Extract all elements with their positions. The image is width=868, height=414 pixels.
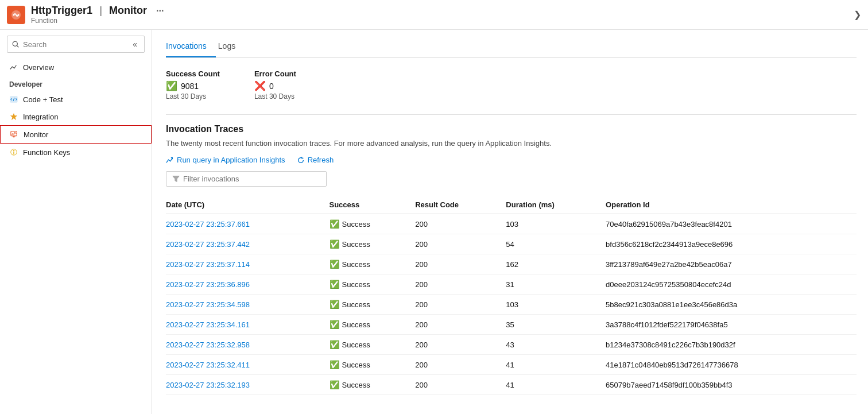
cell-duration: 103 bbox=[506, 295, 606, 315]
run-query-icon bbox=[166, 156, 174, 164]
cell-date: 2023-02-27 23:25:34.598 bbox=[166, 295, 330, 315]
sidebar-item-monitor[interactable]: Monitor bbox=[0, 125, 152, 144]
row-success-icon: ✅ bbox=[330, 340, 339, 349]
row-success-icon: ✅ bbox=[330, 360, 339, 369]
cell-operation-id: 5b8ec921c303a0881e1ee3c456e86d3a bbox=[606, 295, 857, 315]
section-description: The twenty most recent function invocati… bbox=[166, 139, 857, 148]
sidebar-item-overview[interactable]: Overview bbox=[0, 59, 152, 76]
tab-logs[interactable]: Logs bbox=[218, 37, 245, 57]
cell-operation-id: bfd356c6218cf2c2344913a9ece8e696 bbox=[606, 234, 857, 254]
row-success-label: Success bbox=[342, 381, 370, 389]
cell-result-code: 200 bbox=[415, 254, 506, 274]
sidebar-label-code-test: Code + Test bbox=[23, 95, 63, 104]
tab-invocations[interactable]: Invocations bbox=[166, 37, 216, 57]
sidebar-label-function-keys: Function Keys bbox=[23, 148, 70, 157]
collapse-button[interactable]: « bbox=[130, 38, 140, 50]
table-row: 2023-02-27 23:25:32.193 ✅ Success 200 41… bbox=[166, 375, 857, 395]
cell-duration: 43 bbox=[506, 335, 606, 355]
row-success-label: Success bbox=[342, 220, 370, 229]
table-row: 2023-02-27 23:25:37.661 ✅ Success 200 10… bbox=[166, 214, 857, 234]
cell-date: 2023-02-27 23:25:34.161 bbox=[166, 315, 330, 335]
row-success-label: Success bbox=[342, 260, 370, 269]
filter-row bbox=[166, 171, 857, 187]
cell-date: 2023-02-27 23:25:36.896 bbox=[166, 274, 330, 295]
cell-success: ✅ Success bbox=[330, 254, 416, 274]
sidebar-item-function-keys[interactable]: Function Keys bbox=[0, 144, 152, 161]
header-bar: HttpTrigger1 | Monitor ··· Function ❯ bbox=[0, 0, 868, 30]
svg-rect-9 bbox=[13, 137, 15, 138]
date-link[interactable]: 2023-02-27 23:25:34.598 bbox=[166, 300, 250, 309]
header-subtitle: Function bbox=[31, 17, 164, 25]
date-link[interactable]: 2023-02-27 23:25:36.896 bbox=[166, 280, 250, 289]
cell-operation-id: d0eee203124c95725350804ecefc24d bbox=[606, 274, 857, 295]
date-link[interactable]: 2023-02-27 23:25:32.958 bbox=[166, 341, 250, 349]
table-row: 2023-02-27 23:25:32.411 ✅ Success 200 41… bbox=[166, 355, 857, 375]
date-link[interactable]: 2023-02-27 23:25:37.661 bbox=[166, 220, 250, 229]
sidebar-item-code-test[interactable]: Code + Test bbox=[0, 91, 152, 108]
cell-result-code: 200 bbox=[415, 274, 506, 295]
function-keys-icon bbox=[9, 148, 18, 157]
table-row: 2023-02-27 23:25:36.896 ✅ Success 200 31… bbox=[166, 274, 857, 295]
cell-date: 2023-02-27 23:25:32.958 bbox=[166, 335, 330, 355]
sidebar-section-developer: Developer bbox=[0, 76, 152, 91]
cell-result-code: 200 bbox=[415, 214, 506, 234]
search-icon bbox=[12, 41, 20, 48]
action-row: Run query in Application Insights Refres… bbox=[166, 156, 857, 164]
table-row: 2023-02-27 23:25:34.161 ✅ Success 200 35… bbox=[166, 315, 857, 335]
error-count-block: Error Count ❌ 0 Last 30 Days bbox=[254, 69, 296, 100]
row-success-label: Success bbox=[342, 361, 370, 369]
row-success-icon: ✅ bbox=[330, 219, 339, 229]
cell-duration: 31 bbox=[506, 274, 606, 295]
cell-result-code: 200 bbox=[415, 335, 506, 355]
cell-result-code: 200 bbox=[415, 315, 506, 335]
more-options-button[interactable]: ··· bbox=[156, 6, 164, 16]
svg-line-4 bbox=[17, 45, 19, 47]
cell-operation-id: 41e1871c04840eb9513d726147736678 bbox=[606, 355, 857, 375]
date-link[interactable]: 2023-02-27 23:25:34.161 bbox=[166, 320, 250, 329]
cell-success: ✅ Success bbox=[330, 214, 416, 234]
svg-point-2 bbox=[18, 14, 20, 16]
cell-success: ✅ Success bbox=[330, 234, 416, 254]
row-success-icon: ✅ bbox=[330, 380, 339, 389]
refresh-icon bbox=[297, 156, 305, 164]
function-icon bbox=[10, 9, 22, 21]
sidebar-label-monitor: Monitor bbox=[24, 130, 48, 139]
sidebar-item-integration[interactable]: Integration bbox=[0, 108, 152, 125]
col-success: Success bbox=[330, 196, 416, 214]
row-success-icon: ✅ bbox=[330, 320, 339, 329]
date-link[interactable]: 2023-02-27 23:25:32.411 bbox=[166, 361, 250, 369]
refresh-link[interactable]: Refresh bbox=[297, 156, 334, 164]
row-success-label: Success bbox=[342, 300, 370, 309]
header-title-group: HttpTrigger1 | Monitor ··· Function bbox=[31, 5, 164, 25]
integration-icon bbox=[9, 112, 18, 121]
row-success-label: Success bbox=[342, 341, 370, 349]
success-count-block: Success Count ✅ 9081 Last 30 Days bbox=[166, 69, 220, 100]
expand-button[interactable]: ❯ bbox=[854, 9, 861, 20]
row-success-label: Success bbox=[342, 320, 370, 329]
row-success-label: Success bbox=[342, 240, 370, 249]
page-title: HttpTrigger1 | Monitor ··· bbox=[31, 5, 164, 17]
col-duration: Duration (ms) bbox=[506, 196, 606, 214]
filter-invocations-input[interactable] bbox=[183, 175, 320, 183]
cell-duration: 41 bbox=[506, 355, 606, 375]
date-link[interactable]: 2023-02-27 23:25:32.193 bbox=[166, 381, 250, 389]
cell-success: ✅ Success bbox=[330, 355, 416, 375]
error-period: Last 30 Days bbox=[254, 92, 296, 100]
monitor-icon bbox=[10, 130, 19, 139]
search-box[interactable]: « bbox=[7, 36, 145, 53]
error-x-icon: ❌ bbox=[254, 80, 266, 91]
code-test-icon bbox=[9, 95, 18, 104]
date-link[interactable]: 2023-02-27 23:25:37.114 bbox=[166, 260, 250, 269]
col-result-code: Result Code bbox=[415, 196, 506, 214]
success-count-label: Success Count bbox=[166, 69, 220, 78]
cell-success: ✅ Success bbox=[330, 335, 416, 355]
svg-marker-13 bbox=[173, 176, 179, 182]
cell-duration: 162 bbox=[506, 254, 606, 274]
filter-input-box[interactable] bbox=[166, 171, 327, 187]
cell-date: 2023-02-27 23:25:37.661 bbox=[166, 214, 330, 234]
date-link[interactable]: 2023-02-27 23:25:37.442 bbox=[166, 240, 250, 249]
run-query-link[interactable]: Run query in Application Insights bbox=[166, 156, 285, 164]
search-input[interactable] bbox=[23, 40, 127, 49]
function-name: HttpTrigger1 bbox=[31, 5, 92, 17]
row-success-icon: ✅ bbox=[330, 239, 339, 249]
